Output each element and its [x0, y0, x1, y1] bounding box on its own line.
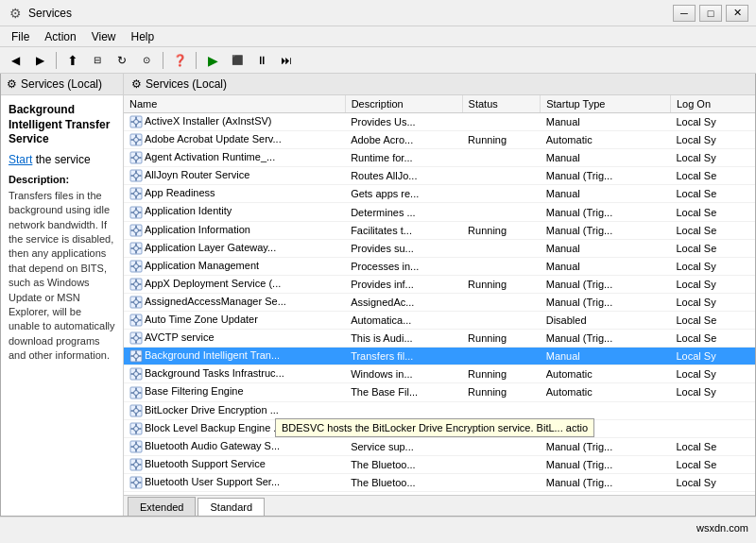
- svg-rect-9: [135, 143, 137, 145]
- col-header-startup[interactable]: Startup Type: [541, 95, 671, 113]
- back-button[interactable]: ◀: [4, 50, 26, 71]
- export-button[interactable]: ⊙: [135, 50, 158, 71]
- svg-rect-10: [131, 139, 134, 141]
- svg-rect-122: [135, 477, 137, 480]
- table-row[interactable]: Block Level Backup Engine ...: [124, 420, 755, 438]
- service-status: Running: [462, 365, 541, 383]
- col-header-name[interactable]: Name: [124, 95, 345, 113]
- start-service-link[interactable]: Start: [9, 153, 32, 166]
- table-row[interactable]: Auto Time Zone UpdaterAutomatica...Disab…: [124, 312, 755, 330]
- services-table[interactable]: Name Description Status Startup Type Log…: [124, 95, 755, 495]
- svg-rect-77: [139, 337, 142, 339]
- table-row[interactable]: AppX Deployment Service (...Provides inf…: [124, 275, 755, 293]
- left-panel-content: Background Intelligent Transfer Service …: [1, 95, 123, 516]
- service-name: Application Information: [145, 224, 250, 235]
- service-startup: Manual (Trig...: [541, 330, 671, 348]
- start-service-text: the service: [32, 153, 90, 166]
- svg-rect-118: [131, 464, 134, 466]
- service-logon: Local Se: [670, 203, 755, 221]
- service-icon: [129, 349, 143, 363]
- title-bar: ⚙ Services ─ □ ✕: [0, 0, 756, 26]
- service-logon: Local Se: [670, 455, 755, 473]
- menu-view[interactable]: View: [84, 28, 124, 45]
- show-hide-button[interactable]: ⊟: [86, 50, 109, 71]
- service-icon: [129, 187, 143, 200]
- svg-rect-110: [135, 441, 137, 444]
- service-name: App Readiness: [145, 187, 215, 198]
- up-button[interactable]: ⬆: [61, 50, 84, 71]
- service-desc: Facilitates t...: [345, 221, 462, 239]
- refresh-button[interactable]: ↻: [111, 50, 133, 71]
- table-row[interactable]: Background Intelligent Tran...Transfers …: [124, 348, 755, 365]
- svg-rect-22: [131, 176, 134, 178]
- close-button[interactable]: ✕: [726, 5, 748, 22]
- service-desc: The Bluetoo...: [345, 455, 462, 473]
- table-row[interactable]: Bluetooth Audio Gateway S...Service sup.…: [124, 437, 755, 455]
- maximize-button[interactable]: □: [699, 5, 722, 22]
- table-row[interactable]: AssignedAccessManager Se...AssignedAc...…: [124, 293, 755, 311]
- service-status: [462, 203, 541, 221]
- table-row[interactable]: AllJoyn Router ServiceRoutes AllJo...Man…: [124, 167, 755, 185]
- svg-rect-17: [139, 157, 142, 159]
- svg-rect-20: [135, 171, 137, 174]
- table-row[interactable]: Background Tasks Infrastruc...Windows in…: [124, 365, 755, 383]
- svg-rect-104: [135, 423, 137, 426]
- table-row[interactable]: Application ManagementProcesses in...Man…: [124, 257, 755, 275]
- svg-rect-52: [131, 265, 134, 267]
- table-row[interactable]: Bluetooth User Support Ser...The Bluetoo…: [124, 473, 755, 491]
- service-status: [462, 293, 541, 311]
- forward-button[interactable]: ▶: [28, 50, 51, 71]
- service-icon: [129, 476, 143, 489]
- service-status: [462, 257, 541, 275]
- right-panel-icon: ⚙: [131, 77, 142, 91]
- service-icon: [129, 422, 143, 435]
- service-icon: [129, 440, 143, 453]
- help-button[interactable]: ❓: [168, 50, 191, 71]
- table-row[interactable]: BitLocker Drive Encryption ...: [124, 401, 755, 419]
- service-name: Block Level Backup Engine ...: [145, 422, 283, 433]
- stop-service-button[interactable]: ⬛: [226, 50, 249, 71]
- service-desc: Gets apps re...: [345, 185, 462, 203]
- minimize-button[interactable]: ─: [673, 5, 696, 22]
- svg-rect-27: [135, 196, 137, 199]
- table-row[interactable]: Base Filtering EngineThe Base Fil...Runn…: [124, 383, 755, 401]
- service-desc: Provides inf...: [345, 275, 462, 293]
- col-header-logon[interactable]: Log On: [670, 95, 755, 113]
- svg-rect-100: [131, 410, 134, 412]
- window-controls[interactable]: ─ □ ✕: [673, 5, 748, 22]
- selected-service-title: Background Intelligent Transfer Service: [9, 103, 115, 147]
- table-row[interactable]: Application IdentityDetermines ...Manual…: [124, 203, 755, 221]
- table-row[interactable]: AVCTP serviceThis is Audi...RunningManua…: [124, 330, 755, 348]
- tab-standard[interactable]: Standard: [198, 498, 265, 516]
- start-service-button[interactable]: ▶: [201, 50, 224, 71]
- left-panel: ⚙ Services (Local) Background Intelligen…: [1, 74, 124, 516]
- svg-rect-58: [131, 283, 134, 285]
- service-startup: Manual: [541, 239, 671, 257]
- svg-rect-87: [135, 377, 137, 380]
- tab-extended[interactable]: Extended: [128, 497, 196, 516]
- pause-service-button[interactable]: ⏸: [250, 50, 273, 71]
- restart-service-button[interactable]: ⏭: [275, 50, 298, 71]
- service-logon: [670, 420, 755, 438]
- svg-rect-26: [135, 189, 137, 192]
- table-row[interactable]: ActiveX Installer (AxInstSV)Provides Us.…: [124, 113, 755, 131]
- service-name: Bluetooth Audio Gateway S...: [145, 440, 280, 451]
- svg-rect-45: [135, 251, 137, 254]
- table-row[interactable]: Application Layer Gateway...Provides su.…: [124, 239, 755, 257]
- table-row[interactable]: Bluetooth Support ServiceThe Bluetoo...M…: [124, 455, 755, 473]
- table-row[interactable]: Application InformationFacilitates t...R…: [124, 221, 755, 239]
- table-row[interactable]: Adobe Acrobat Update Serv...Adobe Acro..…: [124, 131, 755, 149]
- svg-rect-113: [139, 446, 142, 448]
- table-row[interactable]: App ReadinessGets apps re...ManualLocal …: [124, 185, 755, 203]
- menu-file[interactable]: File: [4, 28, 37, 45]
- col-header-status[interactable]: Status: [462, 95, 541, 113]
- col-header-desc[interactable]: Description: [345, 95, 462, 113]
- svg-rect-16: [131, 157, 134, 159]
- svg-rect-56: [135, 279, 137, 281]
- service-name: Auto Time Zone Updater: [145, 314, 258, 325]
- menu-action[interactable]: Action: [37, 28, 83, 45]
- svg-rect-75: [135, 341, 137, 344]
- menu-help[interactable]: Help: [124, 28, 163, 45]
- table-row[interactable]: Agent Activation Runtime_...Runtime for.…: [124, 149, 755, 167]
- status-text: wsxdn.com: [696, 522, 748, 534]
